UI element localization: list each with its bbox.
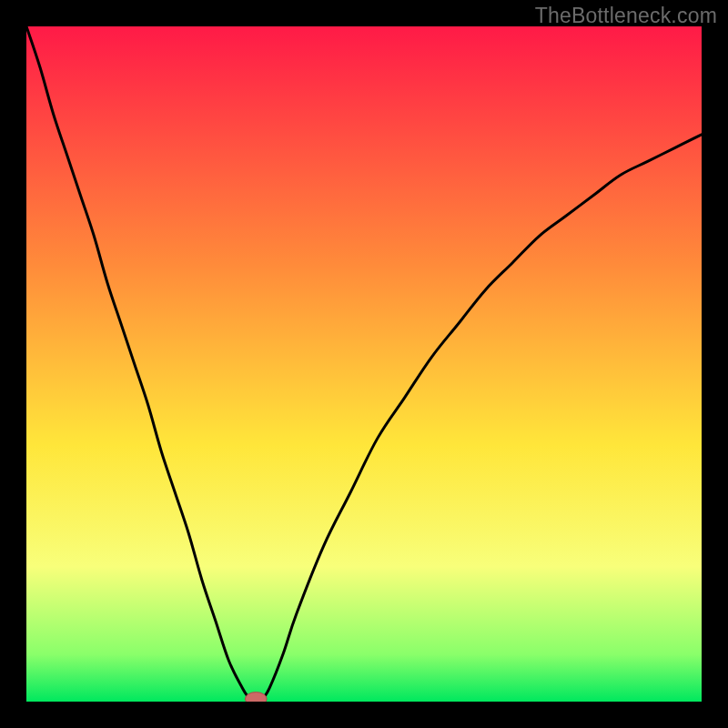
plot-area xyxy=(26,26,702,702)
watermark-text: TheBottleneck.com xyxy=(535,4,717,28)
bottleneck-chart xyxy=(26,26,702,702)
minimum-marker xyxy=(245,693,267,702)
gradient-background xyxy=(26,26,702,702)
chart-frame: TheBottleneck.com xyxy=(0,0,728,728)
